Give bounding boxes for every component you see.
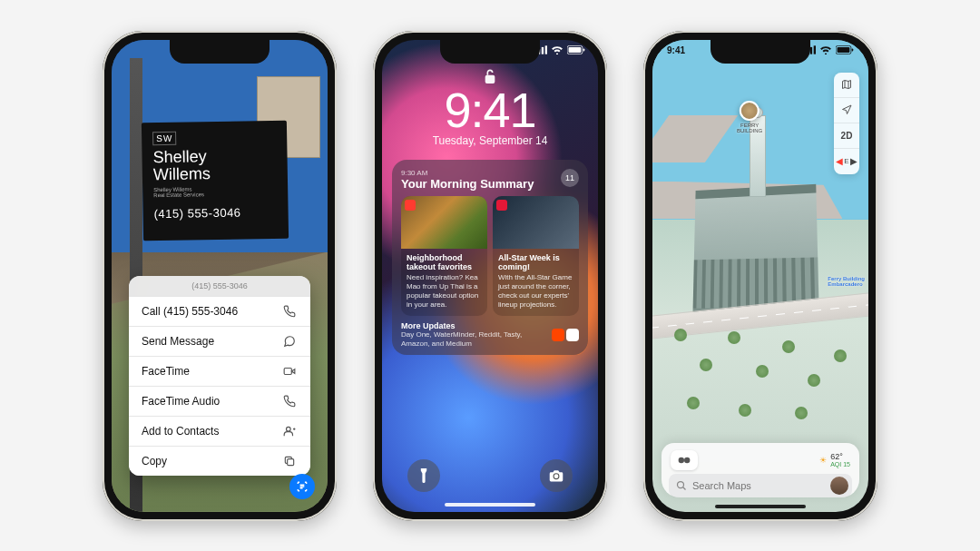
action-label: FaceTime Audio xyxy=(142,395,220,408)
compass-button[interactable]: ◀E▶ xyxy=(834,149,859,174)
phone-icon xyxy=(283,395,298,408)
sun-icon: ☀ xyxy=(819,456,827,465)
contact-add-icon xyxy=(283,425,298,438)
svg-rect-14 xyxy=(810,47,812,54)
more-app-icons xyxy=(552,329,579,341)
weather-pill[interactable]: ☀ 62° AQI 15 xyxy=(819,453,850,467)
marker-icon xyxy=(740,101,760,121)
notch xyxy=(440,40,540,64)
phone-1-livetext: SW Shelley Willems Shelley Willems Real … xyxy=(103,31,337,521)
live-text-button[interactable] xyxy=(289,474,315,499)
svg-rect-5 xyxy=(542,46,544,54)
sign-name: Shelley Willems xyxy=(152,146,277,182)
notch xyxy=(710,40,810,64)
detected-sign: SW Shelley Willems Shelley Willems Real … xyxy=(142,120,289,241)
aqi: AQI 15 xyxy=(830,461,850,467)
sign-subtitle: Shelley Willems Real Estate Services xyxy=(153,184,277,197)
flashlight-button[interactable] xyxy=(407,459,440,492)
view-mode-button[interactable]: 2D xyxy=(834,123,859,149)
sign-logo: SW xyxy=(152,131,176,144)
notch xyxy=(170,40,270,64)
camera-viewfinder: SW Shelley Willems Shelley Willems Real … xyxy=(112,40,328,512)
card-desc: With the All-Star Game just around the c… xyxy=(498,273,573,310)
home-indicator[interactable] xyxy=(715,505,806,508)
svg-rect-10 xyxy=(485,74,495,83)
phone-3-maps: 9:41 FERRY BUILDING Ferry Building Embar… xyxy=(643,31,877,521)
action-sheet: (415) 555-3046 Call (415) 555-3046 Send … xyxy=(129,276,310,476)
wifi-icon xyxy=(819,45,832,54)
svg-rect-2 xyxy=(288,458,294,465)
action-message[interactable]: Send Message xyxy=(129,326,310,356)
temperature: 62° xyxy=(830,453,850,461)
lock-icon xyxy=(483,67,497,85)
summary-card-2[interactable]: All-Star Week is coming! With the All-St… xyxy=(493,196,579,317)
more-desc: Day One, WaterMinder, Reddit, Tasty, Ama… xyxy=(401,330,546,348)
notification-summary[interactable]: 9:30 AM Your Morning Summary 11 Neighbor… xyxy=(392,160,588,356)
app-badge-icon xyxy=(405,200,416,211)
svg-rect-6 xyxy=(545,45,547,54)
svg-point-19 xyxy=(679,457,684,462)
summary-card-1[interactable]: Neighborhood takeout favorites Need insp… xyxy=(401,196,487,317)
maps-view[interactable]: 9:41 FERRY BUILDING Ferry Building Embar… xyxy=(652,40,868,512)
svg-rect-17 xyxy=(838,47,850,53)
landmark-marker[interactable]: FERRY BUILDING xyxy=(737,101,762,133)
search-icon xyxy=(676,480,687,491)
action-label: Add to Contacts xyxy=(142,425,219,438)
svg-point-1 xyxy=(287,427,291,431)
app-icon xyxy=(552,329,564,341)
action-label: FaceTime xyxy=(142,365,190,378)
card-title: All-Star Week is coming! xyxy=(498,253,573,272)
location-button[interactable] xyxy=(834,98,859,123)
message-icon xyxy=(283,335,298,348)
action-label: Copy xyxy=(142,455,167,467)
svg-rect-8 xyxy=(569,46,582,52)
phone-2-lockscreen: 9:41 Tuesday, September 14 9:30 AM Your … xyxy=(373,31,607,521)
app-icon xyxy=(566,329,579,341)
more-updates[interactable]: More Updates Day One, WaterMinder, Reddi… xyxy=(401,321,579,348)
phone-icon xyxy=(283,305,298,318)
home-indicator[interactable] xyxy=(445,503,535,507)
summary-title: Your Morning Summary xyxy=(401,177,534,191)
svg-rect-18 xyxy=(852,48,854,51)
map-controls: 2D ◀E▶ xyxy=(834,73,859,174)
clock: 9:41 xyxy=(444,82,535,138)
profile-avatar[interactable] xyxy=(830,477,848,495)
date: Tuesday, September 14 xyxy=(433,134,548,147)
look-around-button[interactable] xyxy=(671,450,698,470)
summary-time: 9:30 AM xyxy=(401,169,534,177)
wifi-icon xyxy=(551,45,564,54)
card-title: Neighborhood takeout favorites xyxy=(407,253,482,272)
action-copy[interactable]: Copy xyxy=(129,446,310,476)
action-add-contact[interactable]: Add to Contacts xyxy=(129,416,310,446)
transit-label[interactable]: Ferry Building Embarcadero xyxy=(828,276,865,287)
marker-label: FERRY BUILDING xyxy=(737,123,762,133)
sign-phone: (415) 555-3046 xyxy=(153,204,277,220)
action-label: Send Message xyxy=(142,335,214,348)
sheet-header: (415) 555-3046 xyxy=(129,276,310,296)
svg-rect-9 xyxy=(583,48,585,51)
search-input[interactable] xyxy=(669,474,852,497)
copy-icon xyxy=(283,455,298,467)
card-desc: Need inspiration? Kea Mao from Up Thai i… xyxy=(407,273,482,310)
svg-point-20 xyxy=(684,457,690,462)
svg-rect-15 xyxy=(814,45,816,54)
app-badge-icon xyxy=(496,200,507,211)
action-label: Call (415) 555-3046 xyxy=(142,305,238,318)
camera-button[interactable] xyxy=(540,459,573,492)
video-icon xyxy=(283,365,298,378)
action-call[interactable]: Call (415) 555-3046 xyxy=(129,296,310,326)
card-image xyxy=(493,196,579,249)
search-card[interactable]: ☀ 62° AQI 15 xyxy=(662,443,859,497)
ferry-building-3d xyxy=(692,189,818,314)
battery-icon xyxy=(836,45,854,54)
lock-screen: 9:41 Tuesday, September 14 9:30 AM Your … xyxy=(382,40,598,512)
card-image xyxy=(401,196,487,249)
map-mode-button[interactable] xyxy=(834,73,859,98)
action-facetime[interactable]: FaceTime xyxy=(129,356,310,386)
action-facetime-audio[interactable]: FaceTime Audio xyxy=(129,386,310,416)
battery-icon xyxy=(567,45,585,54)
svg-rect-0 xyxy=(284,368,291,374)
summary-count: 11 xyxy=(561,169,579,187)
svg-point-21 xyxy=(678,481,684,487)
status-time: 9:41 xyxy=(667,45,685,55)
